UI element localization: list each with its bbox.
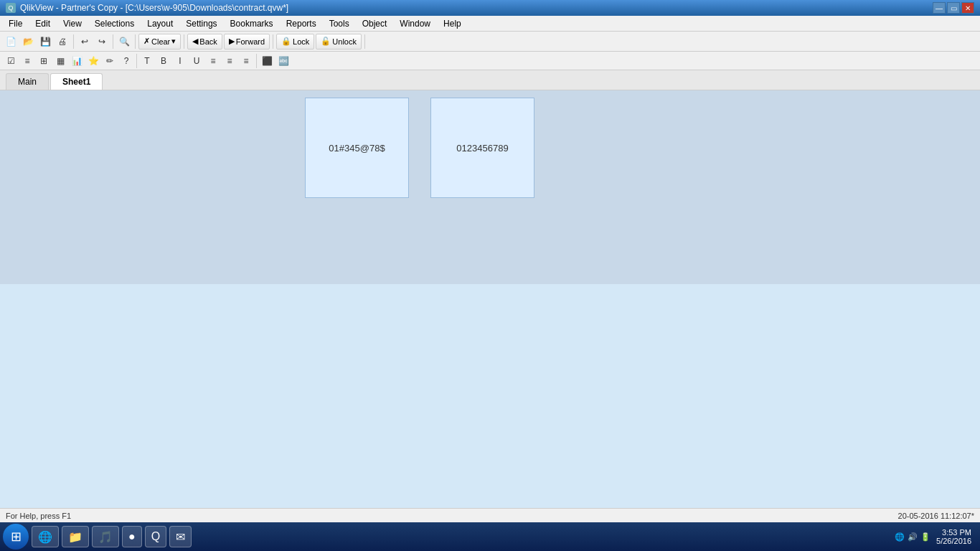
menu-window[interactable]: Window [394, 17, 436, 30]
tb2-17[interactable]: 🔤 [275, 54, 291, 68]
forward-button[interactable]: ▶ Forward [224, 34, 270, 50]
close-button[interactable]: ✕ [961, 2, 974, 14]
toolbar-2: ☑ ≡ ⊞ ▦ 📊 ⭐ ✏ ? T B I U ≡ ≡ ≡ ⬛ 🔤 [0, 52, 980, 70]
tb2-12[interactable]: U [189, 54, 204, 68]
tb2-15[interactable]: ≡ [238, 54, 254, 68]
tb-undo[interactable]: ↩ [77, 34, 93, 49]
menu-bookmarks[interactable]: Bookmarks [225, 17, 279, 30]
menu-settings[interactable]: Settings [180, 17, 222, 30]
sheet-object-1[interactable]: 01#345@78$ [305, 98, 409, 198]
menu-file[interactable]: File [3, 17, 28, 30]
sep-6 [364, 34, 365, 49]
sep-t2 [136, 54, 137, 68]
toolbar-1: 📄 📂 💾 🖨 ↩ ↪ 🔍 ✗ Clear ▾ ◀ Back ▶ Forward… [0, 32, 980, 52]
menu-edit[interactable]: Edit [29, 17, 56, 30]
tb2-14[interactable]: ≡ [222, 54, 237, 68]
sep-5 [273, 34, 273, 49]
tb2-4[interactable]: ▦ [52, 54, 68, 68]
menu-view[interactable]: View [57, 17, 88, 30]
sep-2 [113, 34, 113, 49]
volume-icon: 🔊 [908, 532, 918, 542]
tb2-9[interactable]: T [139, 54, 155, 68]
menu-help[interactable]: Help [438, 17, 467, 30]
taskbar-clock: 3:53 PM 5/26/2016 [936, 528, 971, 545]
menu-object[interactable]: Object [357, 17, 393, 30]
tb-save[interactable]: 💾 [37, 34, 53, 49]
sep-4 [184, 34, 184, 49]
back-button[interactable]: ◀ Back [187, 34, 222, 50]
menu-bar: File Edit View Selections Layout Setting… [0, 16, 980, 32]
tb2-13[interactable]: ≡ [205, 54, 221, 68]
tb-print[interactable]: 🖨 [55, 34, 70, 49]
clear-button[interactable]: ✗ Clear ▾ [138, 34, 181, 50]
tab-main[interactable]: Main [6, 73, 49, 90]
tb-open[interactable]: 📂 [20, 34, 36, 49]
taskbar-qlikview[interactable]: Q [145, 526, 166, 547]
title-bar-left: Q QlikView - Partner's Copy - [C:\Users\… [6, 3, 288, 13]
taskbar-media[interactable]: 🎵 [92, 526, 119, 547]
taskbar: ⊞ 🌐 📁 🎵 ● Q ✉ 🌐 🔊 🔋 3:53 PM 5/26/2016 [0, 522, 980, 551]
clock-time: 3:53 PM [936, 528, 971, 537]
status-datetime: 20-05-2016 11:12:07* [898, 512, 974, 520]
minimize-button[interactable]: — [933, 2, 946, 14]
app-icon: Q [6, 3, 16, 13]
tab-sheet1[interactable]: Sheet1 [50, 73, 103, 90]
tabs-row: Main Sheet1 [0, 70, 980, 90]
tb2-11[interactable]: I [172, 54, 188, 68]
tb-new[interactable]: 📄 [3, 34, 19, 49]
clock-date: 5/26/2016 [936, 537, 971, 545]
taskbar-right: 🌐 🔊 🔋 3:53 PM 5/26/2016 [895, 528, 977, 545]
tb2-5[interactable]: 📊 [69, 54, 85, 68]
sheet-object-2[interactable]: 0123456789 [430, 98, 534, 198]
back-icon: ◀ [192, 37, 198, 46]
unlock-button[interactable]: 🔓 Unlock [316, 34, 362, 50]
clear-dropdown-icon: ▾ [171, 37, 176, 46]
taskbar-system-icons: 🌐 🔊 🔋 [895, 532, 930, 542]
clear-icon: ✗ [143, 37, 150, 46]
battery-icon: 🔋 [920, 532, 930, 542]
sep-3 [135, 34, 136, 49]
status-bar: For Help, press F1 20-05-2016 11:12:07* [0, 508, 980, 522]
tb2-6[interactable]: ⭐ [85, 54, 101, 68]
taskbar-chrome[interactable]: ● [122, 526, 142, 547]
sep-1 [73, 34, 74, 49]
taskbar-explorer[interactable]: 📁 [62, 526, 89, 547]
taskbar-ie[interactable]: 🌐 [32, 526, 59, 547]
tb2-16[interactable]: ⬛ [259, 54, 275, 68]
restore-button[interactable]: ▭ [947, 2, 960, 14]
sep-t3 [256, 54, 257, 68]
title-bar-buttons: — ▭ ✕ [933, 2, 974, 14]
tb2-10[interactable]: B [156, 54, 171, 68]
tb2-7[interactable]: ✏ [102, 54, 118, 68]
unlock-icon: 🔓 [321, 37, 331, 46]
taskbar-outlook[interactable]: ✉ [169, 526, 192, 547]
lock-button[interactable]: 🔒 Lock [276, 34, 314, 50]
lock-icon: 🔒 [281, 37, 291, 46]
tb2-1[interactable]: ☑ [3, 54, 19, 68]
menu-layout[interactable]: Layout [141, 17, 179, 30]
title-bar-text: QlikView - Partner's Copy - [C:\Users\w-… [20, 3, 288, 13]
start-button[interactable]: ⊞ [3, 524, 29, 550]
menu-selections[interactable]: Selections [89, 17, 140, 30]
menu-reports[interactable]: Reports [281, 17, 322, 30]
forward-icon: ▶ [229, 37, 235, 46]
tb2-2[interactable]: ≡ [19, 54, 35, 68]
tb2-3[interactable]: ⊞ [36, 54, 52, 68]
menu-tools[interactable]: Tools [324, 17, 355, 30]
status-help-text: For Help, press F1 [6, 512, 71, 520]
canvas-area: 01#345@78$ 0123456789 [0, 90, 980, 284]
tb-find[interactable]: 🔍 [116, 34, 132, 49]
tb-redo[interactable]: ↪ [94, 34, 110, 49]
title-bar: Q QlikView - Partner's Copy - [C:\Users\… [0, 0, 980, 16]
network-icon: 🌐 [895, 532, 905, 542]
tb2-8[interactable]: ? [118, 54, 134, 68]
